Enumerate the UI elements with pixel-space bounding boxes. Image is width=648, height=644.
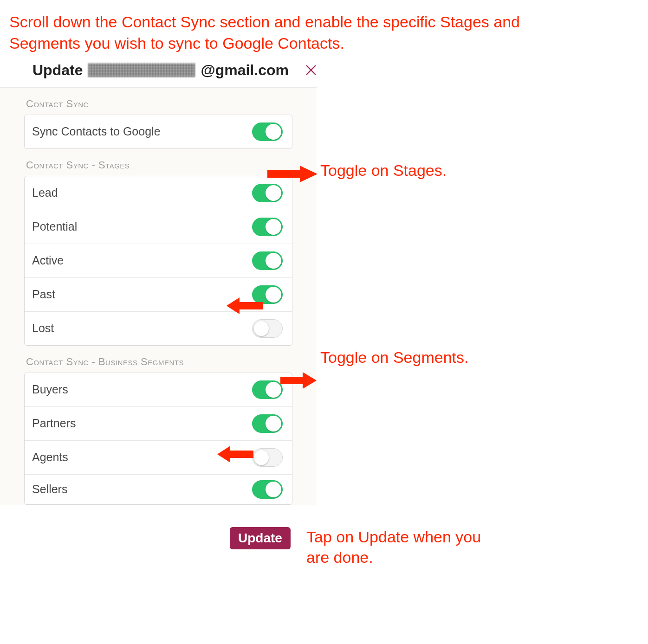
annotation-segments: Toggle on Segments. — [320, 347, 468, 367]
row-segment-buyers: Buyers — [25, 373, 292, 407]
toggle-stage-active[interactable] — [252, 251, 283, 270]
list-stages: Lead Potential Active Past Lost — [24, 176, 292, 346]
row-label: Lead — [32, 186, 58, 200]
modal-header: Update @gmail.com — [0, 59, 648, 87]
row-label: Sync Contacts to Google — [32, 125, 161, 138]
modal-title: Update @gmail.com — [32, 62, 289, 79]
row-stage-lead: Lead — [25, 176, 292, 210]
redacted-email-user — [88, 63, 195, 77]
row-label: Buyers — [32, 383, 68, 396]
annotation-update: Tap on Update when you are done. — [306, 527, 501, 567]
arrow-left-icon — [227, 297, 264, 315]
list-segments: Buyers Partners Agents Sellers — [24, 373, 292, 505]
svg-marker-3 — [217, 446, 253, 463]
row-label: Agents — [32, 451, 68, 464]
list-contact-sync: Sync Contacts to Google — [24, 115, 292, 149]
row-stage-active: Active — [25, 244, 292, 278]
row-segment-partners: Partners — [25, 407, 292, 441]
toggle-stage-potential[interactable] — [252, 218, 283, 236]
row-stage-potential: Potential — [25, 210, 292, 244]
arrow-right-icon — [267, 165, 318, 183]
toggle-segment-partners[interactable] — [252, 414, 283, 433]
row-segment-sellers: Sellers — [25, 475, 292, 504]
annotation-stages: Toggle on Stages. — [320, 160, 447, 180]
row-label: Lost — [32, 322, 54, 335]
toggle-stage-lead[interactable] — [252, 184, 283, 202]
row-sync-contacts: Sync Contacts to Google — [25, 115, 292, 148]
section-header-segments: Contact Sync - Business Segments — [0, 346, 317, 373]
arrow-right-icon — [280, 371, 318, 390]
row-label: Active — [32, 254, 64, 267]
svg-marker-0 — [267, 166, 318, 182]
section-header-contact-sync: Contact Sync — [0, 88, 317, 115]
toggle-segment-agents[interactable] — [252, 448, 283, 467]
row-label: Potential — [32, 220, 77, 233]
toggle-stage-lost[interactable] — [252, 319, 283, 338]
row-label: Past — [32, 288, 55, 301]
toggle-segment-sellers[interactable] — [252, 480, 283, 499]
toggle-sync-contacts[interactable] — [252, 122, 283, 141]
toggle-segment-buyers[interactable] — [252, 380, 283, 399]
close-icon[interactable] — [305, 64, 318, 77]
arrow-left-icon — [217, 445, 254, 463]
row-stage-lost: Lost — [25, 312, 292, 345]
update-button[interactable]: Update — [230, 527, 291, 549]
row-label: Partners — [32, 417, 76, 430]
row-label: Sellers — [32, 483, 67, 496]
svg-marker-2 — [280, 372, 317, 389]
title-prefix: Update — [32, 62, 83, 79]
instruction-text: Scroll down the Contact Sync section and… — [0, 0, 557, 59]
settings-panel: Contact Sync Sync Contacts to Google Con… — [0, 87, 317, 505]
title-email-suffix: @gmail.com — [201, 62, 288, 79]
svg-marker-1 — [227, 297, 263, 314]
